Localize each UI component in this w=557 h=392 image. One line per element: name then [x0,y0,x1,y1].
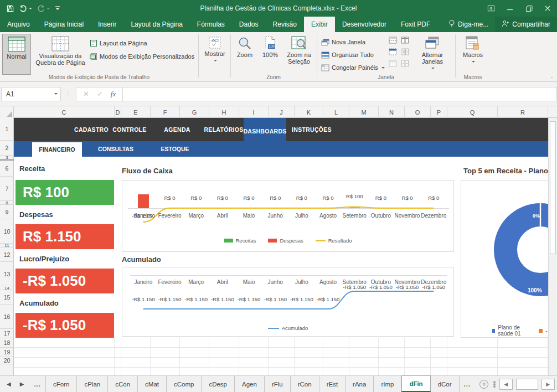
sheet-tab-dfin[interactable]: dFin [401,375,430,392]
share-button[interactable]: Compartilhar [495,17,557,32]
sheet-tab-cmat[interactable]: cMat [138,376,167,392]
column-header-N[interactable]: N [379,106,405,118]
column-header-Q[interactable]: Q [447,106,498,118]
dashboard-subtab-financeiro[interactable]: FINANCEIRO [32,142,82,157]
zoom-to-selection-button[interactable]: Zoom na Seleção [283,34,314,75]
dashboard-subtab-estoque[interactable]: ESTOQUE [153,141,197,157]
column-header-L[interactable]: L [323,106,349,118]
dashboard-subtab-consultas[interactable]: CONSULTAS [94,141,138,157]
freeze-panes-button[interactable]: Congelar Painéis [321,62,385,73]
hscroll-left-icon[interactable]: ◀ [499,379,513,390]
undo-icon[interactable] [17,3,34,13]
ribbon-tab-arquivo[interactable]: Arquivo [0,17,37,32]
sheet-tab-cdesp[interactable]: cDesp [202,376,235,392]
sheet-tab-rest[interactable]: rEst [319,376,345,392]
row-header-12[interactable]: 12 [0,247,14,262]
row-header-6[interactable]: 6 [0,161,14,177]
view-side-by-side-icon[interactable] [401,37,409,45]
column-header-C[interactable]: C [14,106,115,118]
column-header-K[interactable]: K [295,106,323,118]
sheet-tab-rana[interactable]: rAna [345,376,374,392]
column-header-D[interactable]: D [115,106,121,118]
row-header-19[interactable]: 19 [0,348,14,357]
sheet-nav-right-icon[interactable]: ▶ [20,381,24,387]
normal-view-button[interactable]: Normal [2,34,31,75]
sheet-tab-rflu[interactable]: rFlu [265,376,291,392]
sheet-tab-cforn[interactable]: cForn [45,376,77,392]
vertical-scrollbar-thumb[interactable] [550,121,556,254]
sheet-tab-ccomp[interactable]: cComp [167,376,202,392]
sheet-nav-left-icon[interactable]: ◀ [7,381,11,387]
dashboard-tab-relatórios[interactable]: RELATÓRIOS [201,118,246,141]
row-header-7[interactable]: 7 [0,177,14,201]
ribbon-tab-foxit-pdf[interactable]: Foxit PDF [394,17,437,32]
column-header-P[interactable]: P [431,106,447,118]
macros-button[interactable]: Macros [458,34,487,75]
sheet-tab-rcon[interactable]: rCon [291,376,319,392]
restore-icon[interactable] [519,0,538,17]
add-sheet-button[interactable]: + [475,376,493,392]
column-header-M[interactable]: M [349,106,379,118]
zoom-button[interactable]: Zoom [233,34,257,75]
save-icon[interactable] [4,3,16,14]
zoom-100-button[interactable]: 100 100% [258,34,282,75]
hscroll-right-icon[interactable]: ▶ [541,379,555,390]
ribbon-tab-exibir[interactable]: Exibir [304,17,335,32]
redo-icon[interactable] [35,3,51,13]
column-header-I[interactable]: I [239,106,269,118]
column-header-H[interactable]: H [209,106,239,118]
row-header-8[interactable]: 8 [0,201,14,205]
vertical-scrollbar[interactable] [548,118,557,375]
column-header-G[interactable]: G [180,106,209,118]
page-layout-button[interactable]: Layout da Página [90,38,147,49]
ribbon-tab-revis-o[interactable]: Revisão [266,17,304,32]
column-header-O[interactable]: O [405,106,431,118]
row-header-10[interactable]: 10 [0,219,14,244]
column-header-J[interactable]: J [269,106,295,118]
sheet-overflow-right[interactable]: ... [460,376,476,392]
select-all-corner[interactable] [0,106,14,118]
hide-window-icon[interactable] [389,48,397,56]
row-header-18[interactable]: 18 [0,338,14,348]
ribbon-display-options-icon[interactable] [482,0,501,17]
row-header-1[interactable]: 1 [0,118,14,141]
customize-quick-access-icon[interactable] [53,4,63,13]
top5-receita-donut-chart[interactable]: 0%100%Plano de saúde 01-- [461,180,557,338]
row-header-14[interactable]: 14 [0,286,14,290]
reset-window-position-icon[interactable] [401,60,409,68]
unhide-window-icon[interactable] [389,60,397,68]
dashboard-tab-instruções[interactable]: INSTRUÇÕES [289,118,334,141]
row-header-17[interactable]: 17 [0,329,14,338]
insert-function-icon[interactable]: fx [111,90,116,99]
close-icon[interactable] [538,0,557,17]
row-header-3[interactable]: 3 [0,156,14,159]
custom-views-button[interactable]: Modos de Exibição Personalizados [90,51,194,62]
synchronous-scrolling-icon[interactable] [401,48,409,56]
ribbon-tab-inserir[interactable]: Inserir [91,17,123,32]
acumulado-chart[interactable]: JaneiroFevereiroMarçoAbrilMaioJunhoJulho… [122,267,454,337]
page-break-preview-button[interactable]: Visualização da Quebra de Página [34,34,86,75]
new-window-button[interactable]: Nova Janela [321,37,365,48]
sheet-tab-cplan[interactable]: cPlan [77,376,108,392]
sheet-tab-rimp[interactable]: rImp [374,376,401,392]
arrange-all-button[interactable]: Organizar Tudo [321,49,374,60]
collapse-ribbon-icon[interactable]: ꞈ [551,73,553,78]
row-header-11[interactable]: 11 [0,244,14,247]
sheet-overflow-left[interactable]: ... [29,376,45,392]
column-header-E[interactable]: E [121,106,151,118]
split-icon[interactable] [389,37,397,45]
ribbon-tab-dados[interactable]: Dados [232,17,266,32]
formula-input[interactable] [123,87,557,101]
ribbon-tab-desenvolvedor[interactable]: Desenvolvedor [335,17,394,32]
name-box-dropdown-icon[interactable] [50,91,60,96]
row-header-9[interactable]: 9 [0,205,14,219]
row-header-15[interactable]: 15 [0,290,14,305]
sheet-tab-agen[interactable]: Agen [235,376,265,392]
sheet-tab-ccon[interactable]: cCon [108,376,138,392]
ribbon-tab-layout-da-p-gina[interactable]: Layout da Página [123,17,189,32]
column-header-R[interactable]: R [498,106,548,118]
dashboard-tab-controle[interactable]: CONTROLE [108,118,151,141]
show-dropdown-button[interactable]: Mostrar [200,34,229,78]
hscroll-thumb[interactable] [516,379,538,390]
enter-icon[interactable]: ✓ [97,90,103,98]
